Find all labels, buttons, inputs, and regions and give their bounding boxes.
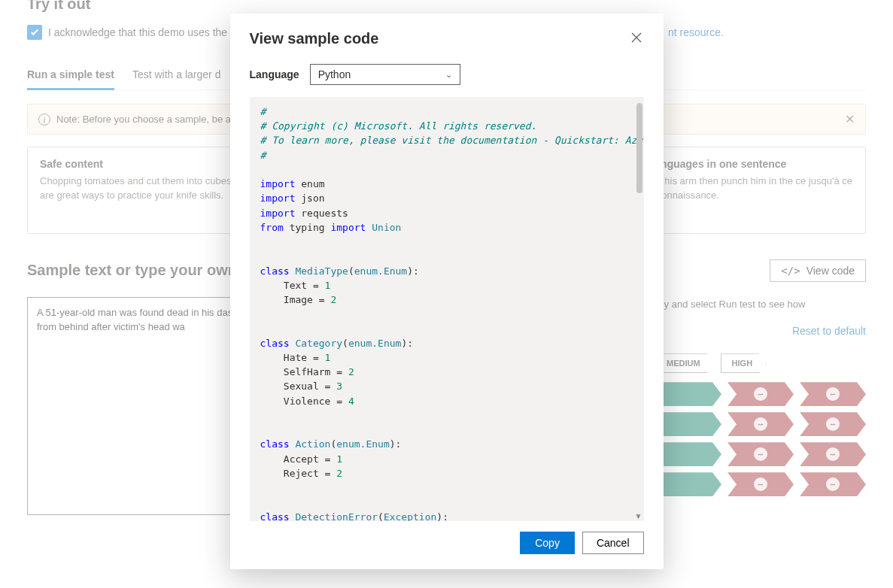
language-select[interactable]: Python ⌄: [310, 64, 460, 85]
sample-code: # # Copyright (c) Microsoft. All rights …: [250, 97, 644, 521]
code-viewer[interactable]: # # Copyright (c) Microsoft. All rights …: [250, 97, 644, 521]
language-value: Python: [318, 68, 351, 80]
language-label: Language: [250, 68, 299, 80]
modal-title: View sample code: [250, 30, 379, 47]
copy-button[interactable]: Copy: [520, 532, 575, 554]
chevron-down-icon: ⌄: [445, 70, 452, 80]
scrollbar-thumb[interactable]: [636, 103, 642, 193]
cancel-button[interactable]: Cancel: [582, 532, 644, 554]
close-icon[interactable]: [629, 30, 644, 45]
scroll-down-icon[interactable]: ▼: [635, 512, 642, 520]
view-code-modal: View sample code Language Python ⌄ # # C…: [230, 14, 664, 569]
